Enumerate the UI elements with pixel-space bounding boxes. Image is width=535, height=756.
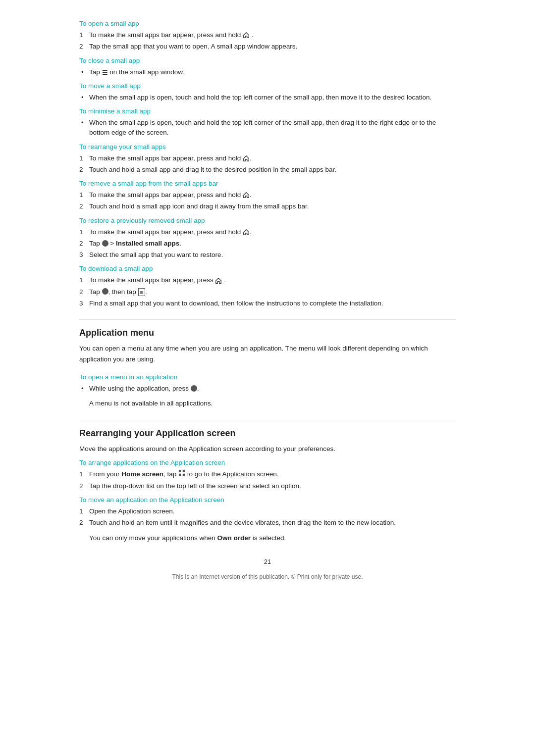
list-num: 2 xyxy=(79,287,83,297)
section-rearrange-small-apps: To rearrange your small apps 1 To make t… xyxy=(79,143,456,175)
menu-icon: ☰ xyxy=(102,68,108,76)
section-open-small-app: To open a small app 1 To make the small … xyxy=(79,20,456,52)
list-item: 2 Tap the small app that you want to ope… xyxy=(79,42,456,51)
section-restore-small-app: To restore a previously removed small ap… xyxy=(79,217,456,260)
heading-minimise-small-app: To minimise a small app xyxy=(79,107,456,115)
list-item: Tap ☰ on the small app window. xyxy=(79,67,456,77)
home-icon xyxy=(243,30,250,39)
list-close-small-app: Tap ☰ on the small app window. xyxy=(79,67,456,77)
heading-rearrange-small-apps: To rearrange your small apps xyxy=(79,143,456,151)
list-num: 2 xyxy=(79,42,83,51)
list-item: 3 Select the small app that you want to … xyxy=(79,250,456,260)
list-num: 3 xyxy=(79,299,83,308)
heading-move-app: To move an application on the Applicatio… xyxy=(79,496,456,504)
section-remove-small-app: To remove a small app from the small app… xyxy=(79,180,456,212)
list-item: 1 To make the small apps bar appear, pre… xyxy=(79,153,456,163)
section-minimise-small-app: To minimise a small app When the small a… xyxy=(79,107,456,138)
list-item: 1 From your Home screen, tap to go to th… xyxy=(79,469,456,480)
home-icon xyxy=(243,227,250,236)
list-open-menu-in-app: While using the application, press . xyxy=(79,384,456,394)
list-minimise-small-app: When the small app is open, touch and ho… xyxy=(79,118,456,138)
heading-restore-small-app: To restore a previously removed small ap… xyxy=(79,217,456,224)
list-num: 1 xyxy=(79,506,83,516)
svg-rect-0 xyxy=(179,469,181,471)
heading-open-small-app: To open a small app xyxy=(79,20,456,27)
list-item: 2 Touch and hold an item until it magnif… xyxy=(79,518,456,528)
heading-close-small-app: To close a small app xyxy=(79,57,456,64)
list-num: 2 xyxy=(79,202,83,211)
list-move-small-app: When the small app is open, touch and ho… xyxy=(79,93,456,102)
divider-1 xyxy=(79,319,456,320)
list-num: 2 xyxy=(79,518,83,528)
list-item: While using the application, press . xyxy=(79,384,456,394)
list-num: 1 xyxy=(79,275,83,285)
list-num: 1 xyxy=(79,153,83,163)
page-container: To open a small app 1 To make the small … xyxy=(79,0,456,610)
list-num: 1 xyxy=(79,227,83,237)
list-item: When the small app is open, touch and ho… xyxy=(79,118,456,138)
list-arrange-apps: 1 From your Home screen, tap to go to th… xyxy=(79,469,456,491)
list-num: 1 xyxy=(79,469,83,479)
circle-icon xyxy=(102,288,108,295)
list-item: 2 Tap the drop-down list on the top left… xyxy=(79,481,456,491)
divider-2 xyxy=(79,420,456,420)
list-num: 3 xyxy=(79,250,83,260)
main-heading-rearranging: Rearranging your Application screen xyxy=(79,428,456,439)
section-move-small-app: To move a small app When the small app i… xyxy=(79,82,456,102)
list-item: 2 Touch and hold a small app icon and dr… xyxy=(79,202,456,211)
main-heading-application-menu: Application menu xyxy=(79,328,456,338)
list-num: 1 xyxy=(79,30,83,40)
section-rearranging-application-screen: Rearranging your Application screen Move… xyxy=(79,428,456,543)
list-rearrange-small-apps: 1 To make the small apps bar appear, pre… xyxy=(79,153,456,175)
heading-move-small-app: To move a small app xyxy=(79,82,456,90)
section-download-small-app: To download a small app 1 To make the sm… xyxy=(79,265,456,308)
section-application-menu: Application menu You can open a menu at … xyxy=(79,328,456,409)
app-grid-icon xyxy=(178,469,185,479)
heading-remove-small-app: To remove a small app from the small app… xyxy=(79,180,456,187)
list-num: 2 xyxy=(79,481,83,491)
heading-download-small-app: To download a small app xyxy=(79,265,456,272)
subsection-move-app: To move an application on the Applicatio… xyxy=(79,496,456,543)
section-close-small-app: To close a small app Tap ☰ on the small … xyxy=(79,57,456,77)
svg-rect-3 xyxy=(183,473,185,475)
home-icon xyxy=(215,276,222,285)
circle-button-icon xyxy=(191,385,197,392)
heading-arrange-apps: To arrange applications on the Applicati… xyxy=(79,459,456,466)
small-apps-instructions: To open a small app 1 To make the small … xyxy=(79,20,456,308)
list-item: 2 Touch and hold a small app and drag it… xyxy=(79,165,456,175)
list-item: 2 Tap , then tap ≡. xyxy=(79,287,456,297)
list-item: 1 Open the Application screen. xyxy=(79,506,456,516)
list-item: When the small app is open, touch and ho… xyxy=(79,93,456,102)
note-own-order: You can only move your applications when… xyxy=(89,533,456,543)
list-item: 3 Find a small app that you want to down… xyxy=(79,299,456,308)
list-num: 2 xyxy=(79,165,83,175)
list-item: 1 To make the small apps bar appear, pre… xyxy=(79,190,456,200)
list-open-small-app: 1 To make the small apps bar appear, pre… xyxy=(79,30,456,52)
home-icon xyxy=(243,153,250,162)
home-icon xyxy=(243,190,250,199)
list-download-small-app: 1 To make the small apps bar appear, pre… xyxy=(79,275,456,308)
body-text-application-menu: You can open a menu at any time when you… xyxy=(79,343,456,364)
list-item: 2 Tap > Installed small apps. xyxy=(79,239,456,249)
list-num: 2 xyxy=(79,239,83,249)
svg-rect-1 xyxy=(183,469,185,471)
note-menu-not-available: A menu is not available in all applicati… xyxy=(89,399,456,408)
page-number: 21 xyxy=(79,558,456,565)
svg-rect-2 xyxy=(179,473,181,475)
heading-open-menu-in-app: To open a menu in an application xyxy=(79,373,456,381)
list-item: 1 To make the small apps bar appear, pre… xyxy=(79,227,456,237)
list-item: 1 To make the small apps bar appear, pre… xyxy=(79,30,456,40)
body-text-rearranging: Move the applications around on the Appl… xyxy=(79,444,456,454)
footer-text: This is an Internet version of this publ… xyxy=(79,573,456,580)
subsection-arrange-apps: To arrange applications on the Applicati… xyxy=(79,459,456,491)
list-remove-small-app: 1 To make the small apps bar appear, pre… xyxy=(79,190,456,212)
list-move-app: 1 Open the Application screen. 2 Touch a… xyxy=(79,506,456,528)
tap-icon: ≡ xyxy=(138,288,145,296)
list-num: 1 xyxy=(79,190,83,200)
globe-icon xyxy=(102,240,108,247)
list-item: 1 To make the small apps bar appear, pre… xyxy=(79,275,456,285)
list-restore-small-app: 1 To make the small apps bar appear, pre… xyxy=(79,227,456,260)
